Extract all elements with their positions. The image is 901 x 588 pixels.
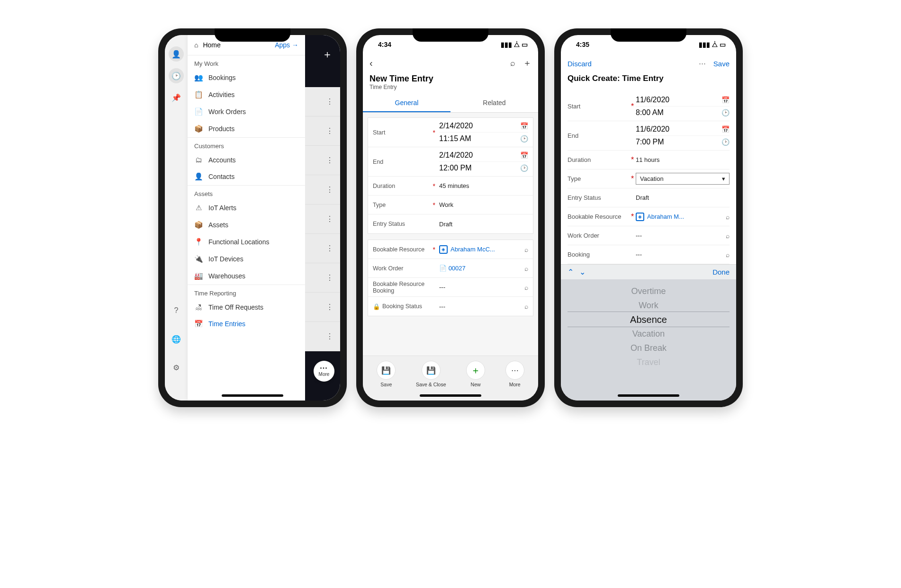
nav-item-workorders[interactable]: 📄Work Orders	[188, 103, 305, 120]
list-row[interactable]: ⋮	[305, 293, 340, 322]
field-start[interactable]: Start * 2/14/2020📅 11:15 AM🕑	[368, 118, 533, 147]
clock-icon[interactable]: 🕑	[169, 68, 184, 83]
nav-item-timeentries[interactable]: 📅Time Entries	[188, 315, 305, 332]
field-brb[interactable]: Bookable Resource Booking --- ⌕	[368, 278, 533, 297]
search-icon[interactable]: ⌕	[726, 213, 730, 221]
nav-item-timeoff[interactable]: 🏖Time Off Requests	[188, 299, 305, 315]
field-end[interactable]: End 11/6/2020📅 7:00 PM🕑	[568, 121, 730, 151]
picker-option[interactable]: Travel	[637, 355, 660, 369]
nav-label: Time Off Requests	[208, 303, 263, 311]
phone-form: 4:34 ▮▮▮ ⧊ ▭ ‹ ⌕ ＋ New Time Entry Time E…	[356, 28, 545, 407]
done-button[interactable]: Done	[712, 268, 730, 276]
field-bookableresource[interactable]: Bookable Resource* ◈Abraham McC... ⌕	[368, 240, 533, 259]
clock-icon[interactable]: 🕑	[520, 135, 528, 143]
field-duration[interactable]: Duration * 11 hours	[568, 151, 730, 169]
type-picker[interactable]: Overtime Work Absence Vacation On Break …	[561, 279, 736, 401]
nav-home[interactable]: Home	[203, 41, 270, 49]
search-icon[interactable]: ⌕	[726, 251, 730, 258]
save-close-button[interactable]: 💾Save & Close	[416, 361, 446, 387]
picker-option[interactable]: Work	[639, 298, 658, 312]
nav-item-contacts[interactable]: 👤Contacts	[188, 168, 305, 185]
save-button[interactable]: Save	[713, 60, 730, 68]
type-value: Work	[439, 201, 528, 208]
nav-item-warehouses[interactable]: 🏭Warehouses	[188, 267, 305, 285]
search-icon[interactable]: ⌕	[524, 246, 528, 253]
clock-icon[interactable]: 🕑	[520, 164, 528, 172]
start-date: 11/6/2020	[636, 96, 669, 104]
field-entrystatus[interactable]: Entry Status Draft	[568, 188, 730, 207]
prev-field-icon[interactable]: ⌃	[568, 267, 574, 276]
list-row[interactable]: ⋮	[305, 205, 340, 234]
save-button[interactable]: 💾Save	[377, 361, 396, 387]
pin-icon[interactable]: 📌	[169, 90, 184, 105]
list-row[interactable]: ⋮	[305, 146, 340, 175]
clock-icon[interactable]: 🕑	[721, 109, 730, 116]
nav-item-iotdevices[interactable]: 🔌IoT Devices	[188, 250, 305, 267]
more-icon[interactable]: ⋯	[699, 59, 707, 68]
field-type[interactable]: Type * Vacation ▾	[568, 169, 730, 188]
more-button[interactable]: ••• More	[314, 361, 334, 382]
search-icon[interactable]: ⌕	[524, 265, 528, 272]
nav-item-assets[interactable]: 📦Assets	[188, 216, 305, 233]
tab-general[interactable]: General	[363, 94, 450, 112]
tab-related[interactable]: Related	[450, 94, 538, 112]
field-type[interactable]: Type* Work	[368, 196, 533, 214]
accessory-bar: ⌃ ⌄ Done	[561, 264, 736, 279]
end-time: 12:00 PM	[439, 164, 471, 172]
calendar-icon[interactable]: 📅	[520, 122, 528, 130]
picker-option[interactable]: Overtime	[631, 284, 666, 298]
list-row[interactable]: ⋮	[305, 175, 340, 205]
picker-option[interactable]: On Break	[631, 341, 667, 355]
required-icon: *	[433, 129, 435, 136]
label-type: Type	[568, 175, 629, 182]
list-row[interactable]: ⋮	[305, 234, 340, 263]
nav-item-products[interactable]: 📦Products	[188, 120, 305, 137]
field-booking[interactable]: Booking --- ⌕	[568, 245, 730, 264]
list-row[interactable]: ⋮	[305, 322, 340, 351]
clock-icon[interactable]: 🕑	[721, 138, 730, 146]
picker-option[interactable]: Vacation	[632, 327, 665, 341]
settings-icon[interactable]: ⚙	[169, 360, 184, 375]
field-start[interactable]: Start * 11/6/2020📅 8:00 AM🕑	[568, 92, 730, 121]
list-row[interactable]: ⋮	[305, 87, 340, 116]
nav-item-activities[interactable]: 📋Activities	[188, 86, 305, 103]
field-workorder[interactable]: Work Order --- ⌕	[568, 226, 730, 245]
search-icon[interactable]: ⌕	[524, 284, 528, 291]
apps-link[interactable]: Apps →	[275, 41, 298, 49]
calendar-icon[interactable]: 📅	[520, 151, 528, 159]
field-workorder[interactable]: Work Order 📄 00027 ⌕	[368, 259, 533, 278]
calendar-icon[interactable]: 📅	[721, 125, 730, 133]
resource-icon: ◈	[439, 245, 448, 254]
search-icon[interactable]: ⌕	[726, 232, 730, 240]
label-duration: Duration	[373, 183, 430, 189]
field-duration[interactable]: Duration* 45 minutes	[368, 177, 533, 196]
next-field-icon[interactable]: ⌄	[579, 267, 586, 276]
timeentries-icon: 📅	[194, 320, 203, 328]
nav-item-funclocations[interactable]: 📍Functional Locations	[188, 233, 305, 250]
new-button[interactable]: ＋New	[466, 361, 485, 387]
add-icon[interactable]: ＋	[523, 57, 532, 69]
globe-icon[interactable]: 🌐	[169, 331, 184, 347]
help-icon[interactable]: ?	[169, 303, 184, 318]
field-bookableresource[interactable]: Bookable Resource * ◈Abraham M... ⌕	[568, 207, 730, 226]
search-icon[interactable]: ⌕	[524, 303, 528, 310]
field-entrystatus[interactable]: Entry Status Draft	[368, 214, 533, 233]
add-icon[interactable]: ＋	[322, 47, 333, 62]
resource-icon: ◈	[636, 213, 644, 221]
list-row[interactable]: ⋮	[305, 263, 340, 293]
more-button[interactable]: ⋯More	[505, 361, 524, 387]
picker-option-selected[interactable]: Absence	[630, 312, 667, 327]
profile-icon[interactable]: 👤	[169, 46, 184, 62]
nav-item-accounts[interactable]: 🗂Accounts	[188, 151, 305, 168]
nav-label: Accounts	[208, 156, 236, 164]
nav-item-iotalerts[interactable]: ⚠IoT Alerts	[188, 199, 305, 216]
field-end[interactable]: End 2/14/2020📅 12:00 PM🕑	[368, 147, 533, 177]
nav-item-bookings[interactable]: 👥Bookings	[188, 69, 305, 86]
list-row[interactable]: ⋮	[305, 116, 340, 146]
type-select[interactable]: Vacation ▾	[636, 173, 730, 185]
back-icon[interactable]: ‹	[369, 58, 373, 69]
field-bookingstatus[interactable]: 🔒 Booking Status --- ⌕	[368, 297, 533, 316]
discard-button[interactable]: Discard	[568, 60, 592, 68]
search-icon[interactable]: ⌕	[510, 58, 515, 68]
calendar-icon[interactable]: 📅	[721, 96, 730, 104]
